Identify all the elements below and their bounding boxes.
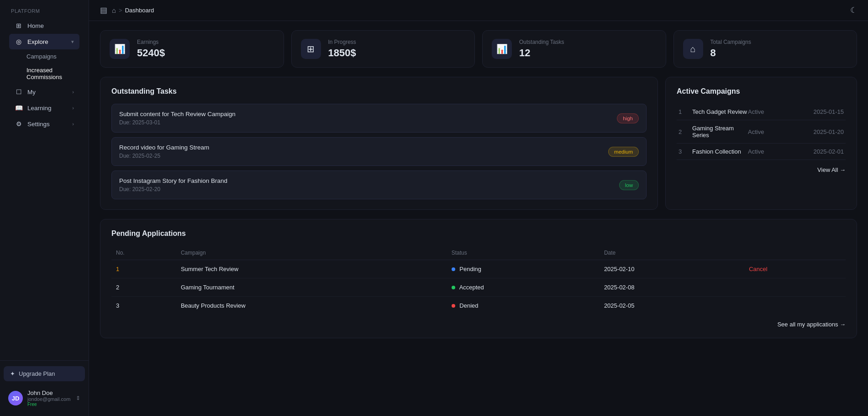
pending-table: No. Campaign Status Date 1 Summer Tech R… [111,246,846,315]
task-due-0: Due: 2025-03-01 [119,119,236,126]
see-all-applications-label: See all my applications → [777,321,846,328]
dashboard-content: 📊 Earnings 5240$ ⊞ In Progress 1850$ 📊 O… [89,21,868,416]
sidebar-item-explore-label: Explore [27,38,48,45]
active-campaigns-title: Active Campaigns [677,87,846,96]
user-email: jondoe@gmail.com [27,396,71,402]
sidebar-item-settings-label: Settings [27,121,50,128]
total-campaigns-value: 8 [710,47,848,59]
total-campaigns-info: Total Campaigns 8 [710,39,848,59]
earnings-label: Earnings [137,39,274,45]
campaign-name-0: Tech Gadget Review [692,108,748,115]
status-dot-denied [452,304,455,308]
sidebar-item-explore[interactable]: ◎ Explore ▾ [9,34,79,49]
main-content: ▤ ⌂ > Dashboard ☾ 📊 Earnings 5240$ ⊞ [89,0,868,416]
upgrade-plan-button[interactable]: ✦ Upgrade Plan [4,366,85,381]
sidebar-item-campaigns[interactable]: Campaigns [9,50,79,63]
sidebar-item-my-label: My [27,89,36,96]
active-campaigns-panel: Active Campaigns 1 Tech Gadget Review Ac… [665,77,857,210]
campaign-date-0: 2025-01-15 [794,108,844,115]
campaign-num-0: 1 [679,108,692,115]
outstanding-tasks-panel: Outstanding Tasks Submit content for Tec… [100,77,658,210]
priority-badge-0: high [617,113,639,123]
sidebar-item-increased-commissions[interactable]: Increased Commissions [9,64,79,84]
breadcrumb-home-icon[interactable]: ⌂ [112,6,116,14]
sidebar-item-home-label: Home [27,22,44,29]
avatar: JD [8,391,23,405]
total-campaigns-icon: ⌂ [683,39,703,59]
theme-toggle-button[interactable]: ☾ [850,5,857,15]
user-plan: Free [27,402,71,407]
campaign-date-1: 2025-01-20 [794,128,844,135]
campaign-status-1: Active [748,128,794,135]
total-campaigns-label: Total Campaigns [710,39,848,45]
breadcrumb-current: Dashboard [125,7,154,14]
campaign-row-1: 2 Gaming Stream Series Active 2025-01-20 [677,120,846,144]
my-icon: ☐ [15,88,23,96]
priority-badge-2: low [619,180,639,190]
cancel-button-0[interactable]: Cancel [749,266,767,272]
pending-num-0: 1 [116,266,119,272]
col-header-date: Date [600,246,744,260]
outstanding-tasks-info: Outstanding Tasks 12 [519,39,657,59]
home-icon: ⊞ [15,21,23,30]
pending-applications-title: Pending Applications [111,229,846,238]
explore-icon: ◎ [15,37,23,46]
upgrade-plan-label: Upgrade Plan [19,370,55,377]
view-all-button[interactable]: View All → [677,166,846,173]
task-due-1: Due: 2025-02-25 [119,153,209,159]
pending-campaign-1: Gaming Tournament [176,278,447,297]
campaign-status-2: Active [748,148,794,155]
task-due-2: Due: 2025-02-20 [119,186,227,192]
col-header-status: Status [447,246,600,260]
stat-card-outstanding-tasks: 📊 Outstanding Tasks 12 [482,30,666,68]
in-progress-icon: ⊞ [301,39,321,59]
pending-status-1: Accepted [447,278,600,297]
sidebar-item-settings[interactable]: ⚙ Settings › [9,116,79,132]
task-item-2: Post Instagram Story for Fashion Brand D… [111,171,647,199]
pending-row-1: 2 Gaming Tournament Accepted 2025-02-08 [111,278,846,297]
priority-badge-1: medium [608,147,639,157]
pending-campaign-0: Summer Tech Review [176,260,447,278]
sidebar-item-learning[interactable]: 📖 Learning › [9,100,79,116]
chevron-right-icon: › [72,89,74,95]
breadcrumb-separator: > [119,7,122,14]
task-item-1: Record video for Gaming Stream Due: 2025… [111,137,647,166]
pending-applications-panel: Pending Applications No. Campaign Status… [100,219,857,338]
pending-num-2: 3 [111,297,176,315]
task-name-1: Record video for Gaming Stream [119,144,209,151]
upgrade-icon: ✦ [10,370,15,377]
in-progress-value: 1850$ [328,47,466,59]
task-name-2: Post Instagram Story for Fashion Brand [119,177,227,184]
earnings-value: 5240$ [137,47,274,59]
see-all-applications-link[interactable]: See all my applications → [111,321,846,328]
stat-card-in-progress: ⊞ In Progress 1850$ [291,30,475,68]
campaign-row-0: 1 Tech Gadget Review Active 2025-01-15 [677,104,846,120]
campaign-name-2: Fashion Collection [692,148,748,155]
topbar-right: ☾ [850,5,857,15]
breadcrumb: ⌂ > Dashboard [112,6,154,14]
pending-num-1: 2 [111,278,176,297]
outstanding-tasks-value: 12 [519,47,657,59]
pending-date-1: 2025-02-08 [600,278,744,297]
campaign-num-2: 3 [679,148,692,155]
sidebar-section-label: Platform [7,6,81,17]
stat-card-total-campaigns: ⌂ Total Campaigns 8 [673,30,857,68]
sidebar: Platform ⊞ Home ◎ Explore ▾ Campaigns In… [0,0,89,416]
earnings-icon: 📊 [110,39,130,59]
pending-row-2: 3 Beauty Products Review Denied 2025-02-… [111,297,846,315]
sidebar-toggle-button[interactable]: ▤ [100,5,107,15]
pending-campaign-2: Beauty Products Review [176,297,447,315]
sidebar-item-campaigns-label: Campaigns [26,53,57,60]
user-details: John Doe jondoe@gmail.com Free [27,389,71,407]
chevron-right-learning-icon: › [72,105,74,111]
stat-card-earnings: 📊 Earnings 5240$ [100,30,284,68]
task-name-0: Submit content for Tech Review Campaign [119,111,236,117]
user-profile[interactable]: JD John Doe jondoe@gmail.com Free ⇕ [4,386,85,411]
earnings-info: Earnings 5240$ [137,39,274,59]
status-dot-pending [452,267,455,271]
sidebar-item-home[interactable]: ⊞ Home [9,18,79,33]
col-header-no: No. [111,246,176,260]
stat-cards: 📊 Earnings 5240$ ⊞ In Progress 1850$ 📊 O… [100,30,857,68]
campaign-status-0: Active [748,108,794,115]
sidebar-item-my[interactable]: ☐ My › [9,84,79,100]
